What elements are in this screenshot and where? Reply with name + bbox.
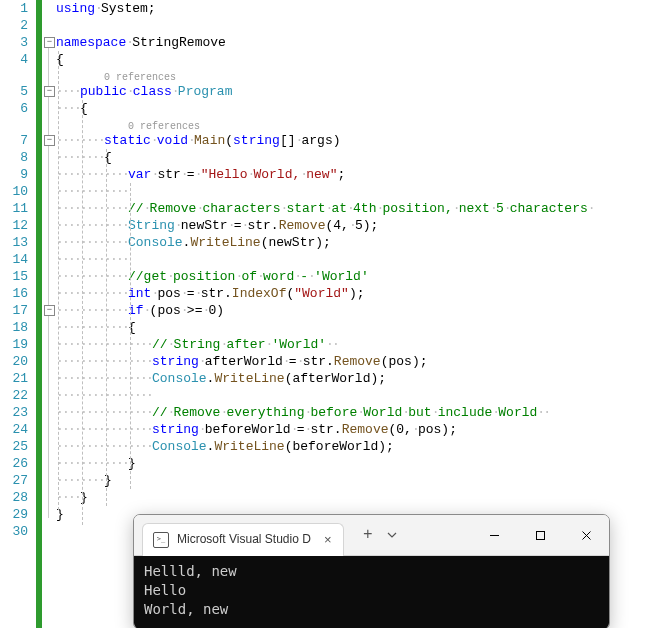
fold-toggle[interactable]: − <box>44 37 55 48</box>
window-controls <box>471 515 609 555</box>
terminal-output[interactable]: Hellld, newHelloWorld, new <box>134 556 609 628</box>
code-line[interactable]: ················string·afterWorld·=·str.… <box>56 353 646 370</box>
code-line[interactable]: ············//·Remove·characters·start·a… <box>56 200 646 217</box>
close-tab-button[interactable]: × <box>321 533 335 547</box>
terminal-titlebar[interactable]: Microsoft Visual Studio D × + <box>134 515 609 556</box>
code-line[interactable]: using·System; <box>56 0 646 17</box>
line-number: 12 <box>4 217 28 234</box>
code-line[interactable]: { <box>56 51 646 68</box>
terminal-line: Hello <box>144 581 599 600</box>
minimize-button[interactable] <box>471 515 517 555</box>
fold-toggle[interactable]: − <box>44 86 55 97</box>
line-number: 4 <box>4 51 28 68</box>
svg-rect-1 <box>536 531 544 539</box>
line-number: 16 <box>4 285 28 302</box>
code-line[interactable]: namespace·StringRemove <box>56 34 646 51</box>
fold-toggle[interactable]: − <box>44 305 55 316</box>
chevron-down-icon <box>387 530 397 540</box>
outlining-margin: −−−− <box>42 0 56 540</box>
line-number-gutter: 1234567891011121314151617181920212223242… <box>0 0 36 628</box>
terminal-line: World, new <box>144 600 599 619</box>
line-number: 26 <box>4 455 28 472</box>
code-line[interactable]: ············ <box>56 251 646 268</box>
line-number: 1 <box>4 0 28 17</box>
line-number: 3 <box>4 34 28 51</box>
code-line[interactable]: ········static·void·Main(string[]·args) <box>56 132 646 149</box>
line-number <box>4 68 28 83</box>
tab-dropdown-button[interactable] <box>382 521 402 549</box>
close-window-button[interactable] <box>563 515 609 555</box>
code-line[interactable]: ············{ <box>56 319 646 336</box>
terminal-icon <box>153 532 169 548</box>
code-line[interactable]: ············int·pos·=·str.IndexOf("World… <box>56 285 646 302</box>
fold-toggle[interactable]: − <box>44 135 55 146</box>
code-line[interactable]: ············if·(pos·>=·0) <box>56 302 646 319</box>
line-number: 28 <box>4 489 28 506</box>
line-number: 8 <box>4 149 28 166</box>
code-line[interactable]: ················string·beforeWorld·=·str… <box>56 421 646 438</box>
code-line[interactable]: ················ <box>56 387 646 404</box>
line-number: 7 <box>4 132 28 149</box>
terminal-tab-title: Microsoft Visual Studio D <box>177 531 311 548</box>
line-number: 24 <box>4 421 28 438</box>
line-number <box>4 117 28 132</box>
code-line[interactable]: ················Console.WriteLine(afterW… <box>56 370 646 387</box>
line-number: 29 <box>4 506 28 523</box>
new-tab-button[interactable]: + <box>354 521 382 549</box>
terminal-tab[interactable]: Microsoft Visual Studio D × <box>142 523 344 556</box>
codelens-reference[interactable]: 0 references <box>56 68 646 83</box>
code-line[interactable]: ············var·str·=·"Hello·World,·new"… <box>56 166 646 183</box>
line-number: 10 <box>4 183 28 200</box>
code-line[interactable]: ····{ <box>56 100 646 117</box>
code-line[interactable]: ····} <box>56 489 646 506</box>
line-number: 18 <box>4 319 28 336</box>
line-number: 23 <box>4 404 28 421</box>
line-number: 9 <box>4 166 28 183</box>
line-number: 17 <box>4 302 28 319</box>
line-number: 6 <box>4 100 28 117</box>
line-number: 22 <box>4 387 28 404</box>
code-line[interactable]: ················//·String·after·'World'·… <box>56 336 646 353</box>
code-editor: 1234567891011121314151617181920212223242… <box>0 0 646 628</box>
line-number: 2 <box>4 17 28 34</box>
line-number: 5 <box>4 83 28 100</box>
line-number: 11 <box>4 200 28 217</box>
line-number: 20 <box>4 353 28 370</box>
line-number: 13 <box>4 234 28 251</box>
line-number: 25 <box>4 438 28 455</box>
code-line[interactable]: ············String·newStr·=·str.Remove(4… <box>56 217 646 234</box>
code-line[interactable]: ················Console.WriteLine(before… <box>56 438 646 455</box>
codelens-reference[interactable]: 0 references <box>56 117 646 132</box>
maximize-button[interactable] <box>517 515 563 555</box>
terminal-line: Hellld, new <box>144 562 599 581</box>
terminal-window: Microsoft Visual Studio D × + Hellld, ne… <box>133 514 610 628</box>
line-number: 27 <box>4 472 28 489</box>
line-number: 30 <box>4 523 28 540</box>
code-line[interactable]: ············Console.WriteLine(newStr); <box>56 234 646 251</box>
line-number: 19 <box>4 336 28 353</box>
code-line[interactable]: ············//get·position·of·word·-·'Wo… <box>56 268 646 285</box>
line-number: 15 <box>4 268 28 285</box>
code-line[interactable]: ········{ <box>56 149 646 166</box>
line-number: 14 <box>4 251 28 268</box>
line-number: 21 <box>4 370 28 387</box>
code-line[interactable]: ····public·class·Program <box>56 83 646 100</box>
code-line[interactable]: ············} <box>56 455 646 472</box>
code-line[interactable]: ········} <box>56 472 646 489</box>
code-line[interactable]: ················//·Remove·everything·bef… <box>56 404 646 421</box>
code-line[interactable] <box>56 17 646 34</box>
code-line[interactable]: ············ <box>56 183 646 200</box>
